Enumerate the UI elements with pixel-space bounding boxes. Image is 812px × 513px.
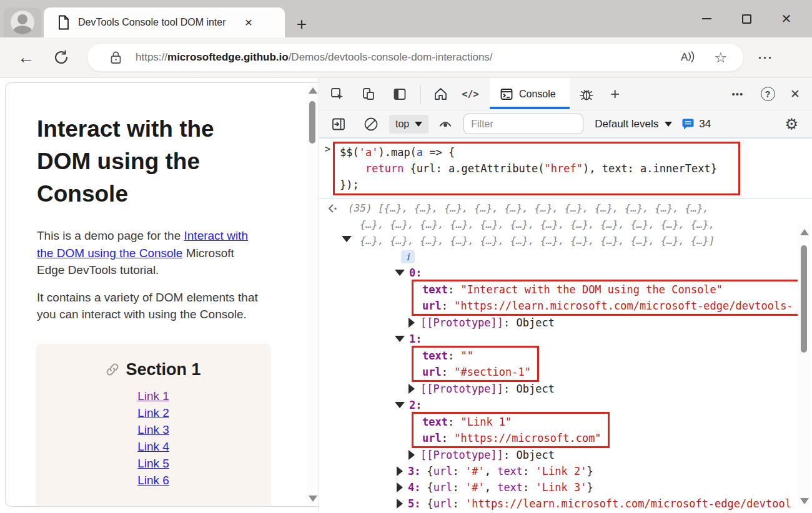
settings-gear-icon[interactable]: ⚙ (785, 115, 798, 133)
property-line: text: "" (422, 348, 531, 364)
prototype-row[interactable]: [[Prototype]]: Object (348, 381, 812, 397)
address-bar[interactable]: https://microsoftedge.github.io/Demos/de… (87, 43, 744, 72)
console-log[interactable]: > $$('a').map(a => { return {url: a.getA… (319, 138, 812, 512)
array-entry-header[interactable]: 0: (348, 265, 812, 281)
entry-preview: {url: '#', text: 'Link 2'} (427, 463, 593, 479)
entry-index: 5: (408, 496, 420, 512)
filter-input[interactable] (463, 114, 583, 134)
scroll-up-arrow[interactable] (800, 229, 809, 235)
refresh-button[interactable] (53, 49, 69, 66)
levels-label: Default levels (595, 118, 658, 130)
entry-index: 6: (408, 512, 420, 512)
help-button[interactable]: ? (760, 86, 776, 102)
navigation-bar: ← https://microsoftedge.github.io/Demos/… (0, 37, 812, 78)
scroll-down-arrow[interactable] (309, 496, 317, 502)
browser-menu-icon[interactable]: ⋯ (753, 49, 778, 66)
code-line: $$('a').map(a => { (340, 144, 731, 160)
sources-tab-icon[interactable]: </> (462, 86, 478, 102)
chevron-down-icon (415, 122, 422, 127)
second-paragraph: It contains a variety of DOM elements th… (37, 289, 259, 323)
prototype-row[interactable]: [[Prototype]]: Object (348, 447, 812, 463)
expand-icon[interactable] (397, 499, 403, 509)
link-3[interactable]: Link 3 (36, 421, 271, 438)
console-toolbar: top Default levels 34 ⚙ (319, 110, 812, 138)
scroll-thumb[interactable] (801, 245, 807, 353)
context-label: top (395, 119, 409, 130)
back-button[interactable]: ← (17, 48, 34, 67)
scroll-up-arrow[interactable] (309, 87, 317, 94)
toolbar-divider (420, 85, 421, 104)
device-emulation-icon[interactable] (360, 86, 377, 102)
collapse-icon[interactable] (395, 270, 405, 276)
annotation-box-command: $$('a').map(a => { return {url: a.getAtt… (333, 142, 740, 195)
devtools-close-icon[interactable]: ✕ (787, 86, 803, 102)
expand-icon[interactable] (408, 384, 415, 394)
minimize-button[interactable] (692, 4, 721, 33)
debugger-tab-icon[interactable] (578, 86, 595, 102)
entry-preview: {url: '#', text: 'Link 3'} (427, 479, 593, 496)
intro-paragraph: This is a demo page for the Interact wit… (37, 227, 259, 279)
info-icon[interactable]: i (401, 250, 415, 263)
maximize-icon (742, 14, 751, 24)
array-preview-line[interactable]: (35) [{…}, {…}, {…}, {…}, {…}, {…}, {…},… (348, 200, 812, 217)
array-entry-collapsed[interactable]: 6:{url: '#', text: 'Link 5'} (348, 512, 812, 512)
console-scrollbar[interactable] (798, 225, 810, 508)
array-entry-collapsed[interactable]: 3:{url: '#', text: 'Link 2'} (348, 463, 812, 479)
javascript-context-dropdown[interactable]: top (389, 115, 428, 134)
expand-array-icon[interactable] (342, 236, 352, 242)
lock-icon[interactable] (110, 51, 122, 64)
new-tab-button[interactable]: + (291, 14, 312, 35)
expand-icon[interactable] (408, 318, 415, 328)
array-entry-collapsed[interactable]: 5:{url: 'https://learn.microsoft.com/mic… (348, 496, 812, 512)
collapse-icon[interactable] (395, 402, 405, 408)
console-tab[interactable]: Console (490, 78, 570, 110)
page-scrollbar[interactable] (307, 84, 318, 506)
more-tabs-button[interactable]: + (607, 86, 623, 102)
console-sidebar-toggle-icon[interactable] (330, 116, 347, 132)
inspect-element-icon[interactable] (329, 86, 345, 102)
log-levels-dropdown[interactable]: Default levels (595, 118, 672, 130)
tab-close-icon[interactable]: ✕ (240, 14, 257, 31)
anchor-link-icon[interactable] (106, 363, 119, 376)
profile-button[interactable] (4, 7, 41, 37)
chevron-down-icon (665, 122, 672, 127)
array-entry-header[interactable]: 1: (348, 331, 812, 347)
browser-tab[interactable]: DevTools Console tool DOM inter ✕ (44, 7, 285, 37)
clear-console-icon[interactable] (363, 116, 379, 132)
home-tab-icon[interactable] (432, 86, 448, 102)
issues-counter[interactable]: 34 (681, 118, 711, 130)
devtools-menu-icon[interactable]: ••• (727, 86, 748, 102)
expand-icon[interactable] (397, 482, 403, 492)
link-4[interactable]: Link 4 (36, 438, 271, 455)
read-aloud-icon: A (681, 51, 688, 64)
dock-side-icon[interactable] (392, 86, 408, 102)
read-aloud-button[interactable]: A (681, 51, 695, 64)
expand-icon[interactable] (408, 450, 415, 460)
array-entry-header[interactable]: 2: (348, 397, 812, 413)
paragraph-text: This is a demo page for the (37, 229, 184, 242)
console-command-row: > $$('a').map(a => { return {url: a.getA… (319, 138, 812, 198)
prototype-row[interactable]: [[Prototype]]: Object (348, 315, 812, 331)
window-controls: ✕ (692, 0, 812, 37)
scroll-thumb[interactable] (309, 101, 315, 144)
link-2[interactable]: Link 2 (36, 404, 271, 421)
property-line: url: "https://microsoft.com" (422, 430, 602, 446)
url-path: /Demos/devtools-console-dom-interactions… (289, 51, 493, 63)
entry-preview: {url: 'https://learn.microsoft.com/micro… (427, 496, 791, 512)
link-6[interactable]: Link 6 (36, 472, 271, 489)
array-preview-line[interactable]: {…}, {…}, {…}, {…}, {…}, {…}, {…}, {…}, … (348, 233, 812, 249)
maximize-button[interactable] (732, 4, 761, 33)
link-1[interactable]: Link 1 (36, 388, 271, 404)
url-text[interactable]: https://microsoftedge.github.io/Demos/de… (136, 51, 681, 64)
array-entry-collapsed[interactable]: 4:{url: '#', text: 'Link 3'} (348, 479, 812, 496)
live-expression-eye-icon[interactable] (437, 116, 453, 132)
close-button[interactable]: ✕ (772, 4, 801, 33)
expand-icon[interactable] (397, 466, 403, 476)
entry-index: 0: (409, 265, 422, 281)
scroll-down-arrow[interactable] (800, 498, 809, 504)
tab-title: DevTools Console tool DOM inter (78, 17, 239, 28)
collapse-icon[interactable] (395, 336, 405, 342)
favorites-star-icon[interactable]: ☆ (714, 49, 727, 66)
array-preview-line[interactable]: {…}, {…}, {…}, {…}, {…}, {…}, {…}, {…}, … (348, 217, 812, 233)
link-5[interactable]: Link 5 (36, 455, 271, 472)
